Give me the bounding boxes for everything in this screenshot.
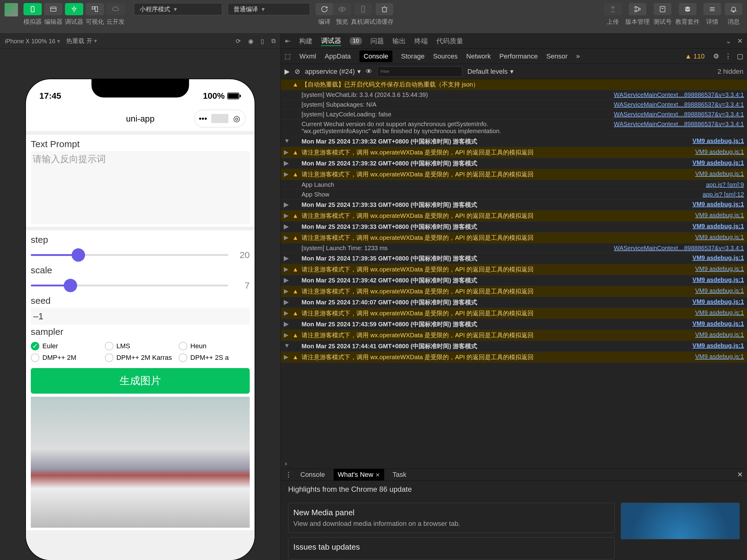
play-icon[interactable]: ▶	[284, 68, 290, 76]
upload-button[interactable]	[604, 3, 622, 15]
expand-icon[interactable]	[284, 191, 290, 198]
hidden-count[interactable]: 2 hidden	[718, 68, 743, 76]
capsule-close-icon[interactable]: ◎	[228, 114, 245, 124]
log-source-link[interactable]: VM9 asdebug.js:1	[689, 223, 744, 231]
log-source-link[interactable]: VM9 asdebug.js:1	[692, 287, 744, 296]
console-row[interactable]: [system] Launch Time: 1233 msWAServiceMa…	[281, 243, 747, 253]
console-row[interactable]: ▶Mon Mar 25 2024 17:39:42 GMT+0800 (中国标准…	[281, 275, 747, 286]
expand-icon[interactable]: ▶	[284, 276, 290, 285]
console-row[interactable]: App Launchapp.js? [sm]:9	[281, 180, 747, 190]
console-row[interactable]: ▶▲请注意游客模式下，调用 wx.operateWXData 是受限的，API …	[281, 308, 747, 319]
tab-sensor[interactable]: Sensor	[546, 52, 568, 60]
log-source-link[interactable]: VM9 asdebug.js:1	[689, 320, 744, 328]
log-source-link[interactable]: WAServiceMainContext…898886537&v=3.3.4:1	[610, 121, 744, 135]
close-icon[interactable]: ✕	[737, 37, 743, 45]
expand-icon[interactable]: ▶	[284, 201, 290, 209]
log-source-link[interactable]: VM9 asdebug.js:1	[692, 149, 744, 157]
messages-button[interactable]	[725, 3, 742, 15]
sampler-radio[interactable]: DPM++ 2M Karras	[105, 353, 176, 362]
console-row[interactable]: ▶Mon Mar 25 2024 17:39:33 GMT+0800 (中国标准…	[281, 221, 747, 233]
log-source-link[interactable]: VM9 asdebug.js:1	[689, 137, 744, 145]
generate-button[interactable]: 生成图片	[31, 368, 250, 394]
tab-debugger[interactable]: 调试器	[321, 36, 341, 46]
console-row[interactable]: ▶▲请注意游客模式下，调用 wx.operateWXData 是受限的，API …	[281, 211, 747, 221]
live-expression-icon[interactable]: 👁	[366, 68, 372, 76]
log-source-link[interactable]: VM9 asdebug.js:1	[689, 255, 744, 263]
console-row[interactable]: ▶Mon Mar 25 2024 17:39:35 GMT+0800 (中国标准…	[281, 253, 747, 264]
console-row[interactable]: ▶▲请注意游客模式下，调用 wx.operateWXData 是受限的，API …	[281, 352, 747, 363]
preview-button[interactable]	[333, 3, 351, 15]
project-avatar[interactable]	[5, 3, 18, 17]
editor-toggle[interactable]	[44, 3, 62, 15]
close-icon[interactable]: ✕	[375, 472, 380, 478]
hot-reload-toggle[interactable]: 热重载 开 ▾	[66, 37, 97, 45]
log-source-link[interactable]: WAServiceMainContext…898886537&v=3.3.4:1	[610, 245, 744, 252]
expand-icon[interactable]	[284, 91, 290, 99]
expand-icon[interactable]: ▶	[284, 159, 290, 167]
log-source-link[interactable]: app.js? [sm]:9	[702, 181, 744, 188]
log-source-link[interactable]: VM9 asdebug.js:1	[689, 298, 744, 306]
log-source-link[interactable]: VM9 asdebug.js:1	[689, 159, 744, 167]
expand-icon[interactable]: ▶	[284, 320, 290, 328]
sampler-radio[interactable]: LMS	[105, 342, 176, 350]
expand-icon[interactable]	[284, 121, 290, 135]
expand-icon[interactable]: ▶	[284, 353, 290, 361]
kebab-icon[interactable]: ⋮	[725, 52, 731, 60]
expand-icon[interactable]	[284, 80, 290, 89]
dock-icon[interactable]: ⇤	[285, 37, 290, 45]
console-row[interactable]: [system] WeChatLib: 3.3.4 (2024.3.6 15:4…	[281, 90, 747, 100]
console-row[interactable]: ▶▲请注意游客模式下，调用 wx.operateWXData 是受限的，API …	[281, 330, 747, 341]
log-levels-selector[interactable]: Default levels ▾	[467, 68, 513, 76]
debugger-toggle[interactable]	[65, 3, 83, 15]
log-source-link[interactable]: WAServiceMainContext…898886537&v=3.3.4:1	[610, 101, 744, 108]
expand-icon[interactable]: ▶	[284, 170, 290, 179]
capsule-more-icon[interactable]: •••	[195, 114, 211, 124]
expand-icon[interactable]	[284, 245, 290, 252]
sampler-radio[interactable]: DPM++ 2S a	[179, 353, 250, 362]
test-account-button[interactable]	[654, 3, 671, 15]
tab-sources[interactable]: Sources	[433, 52, 458, 60]
step-slider[interactable]	[31, 254, 228, 256]
device-selector[interactable]: iPhone X 100% 16 ▾	[5, 37, 60, 45]
compile-button[interactable]	[315, 3, 333, 15]
log-source-link[interactable]: VM9 asdebug.js:1	[692, 234, 744, 242]
capsule-menu[interactable]: ••• ◎	[194, 110, 246, 127]
popout-icon[interactable]: ⧉	[272, 37, 276, 45]
log-source-link[interactable]: VM9 asdebug.js:1	[692, 265, 744, 274]
log-source-link[interactable]: VM9 asdebug.js:1	[692, 212, 744, 220]
console-row[interactable]: [system] Subpackages: N/AWAServiceMainCo…	[281, 100, 747, 110]
sampler-radio[interactable]: ✓Euler	[31, 342, 102, 350]
log-source-link[interactable]: WAServiceMainContext…898886537&v=3.3.4:1	[610, 111, 744, 118]
sampler-radio[interactable]: Heun	[179, 342, 250, 350]
console-row[interactable]: App Showapp.js? [sm]:12	[281, 190, 747, 199]
log-source-link[interactable]: app.js? [sm]:12	[699, 191, 744, 198]
compile-dropdown[interactable]: 普通编译 ▾	[228, 3, 310, 15]
tab-console[interactable]: Console	[359, 51, 393, 62]
tab-quality[interactable]: 代码质量	[436, 36, 463, 46]
expand-icon[interactable]	[284, 181, 290, 188]
expand-icon[interactable]	[284, 111, 290, 118]
tab-network[interactable]: Network	[466, 52, 491, 60]
expand-icon[interactable]: ▶	[284, 212, 290, 220]
expand-icon[interactable]: ▶	[284, 298, 290, 306]
expand-icon[interactable]: ▶	[284, 309, 290, 318]
version-button[interactable]	[629, 3, 646, 15]
simulator-toggle[interactable]	[24, 3, 42, 15]
log-source-link[interactable]: VM9 asdebug.js:1	[692, 309, 744, 318]
console-row[interactable]: ▶▲请注意游客模式下，调用 wx.operateWXData 是受限的，API …	[281, 264, 747, 275]
console-row[interactable]: ▼Mon Mar 25 2024 17:39:32 GMT+0800 (中国标准…	[281, 136, 747, 147]
expand-icon[interactable]	[284, 101, 290, 108]
console-row[interactable]: ▶▲请注意游客模式下，调用 wx.operateWXData 是受限的，API …	[281, 286, 747, 297]
tab-build[interactable]: 构建	[299, 36, 312, 46]
log-source-link[interactable]: VM9 asdebug.js:1	[692, 170, 744, 179]
console-row[interactable]: Current Wechat version do not support as…	[281, 119, 747, 136]
console-row[interactable]: ▶Mon Mar 25 2024 17:39:33 GMT+0800 (中国标准…	[281, 199, 747, 211]
drawer-close-icon[interactable]: ✕	[737, 471, 743, 479]
console-row[interactable]: ▶Mon Mar 25 2024 17:40:07 GMT+0800 (中国标准…	[281, 297, 747, 308]
sampler-radio[interactable]: DMP++ 2M	[31, 353, 102, 362]
expand-icon[interactable]: ▶	[284, 255, 290, 263]
whatsnew-card[interactable]: New Media panel View and download media …	[288, 503, 615, 533]
mode-dropdown[interactable]: 小程序模式 ▾	[134, 3, 222, 15]
tab-performance[interactable]: Performance	[499, 52, 538, 60]
expand-icon[interactable]: ▶	[284, 331, 290, 340]
